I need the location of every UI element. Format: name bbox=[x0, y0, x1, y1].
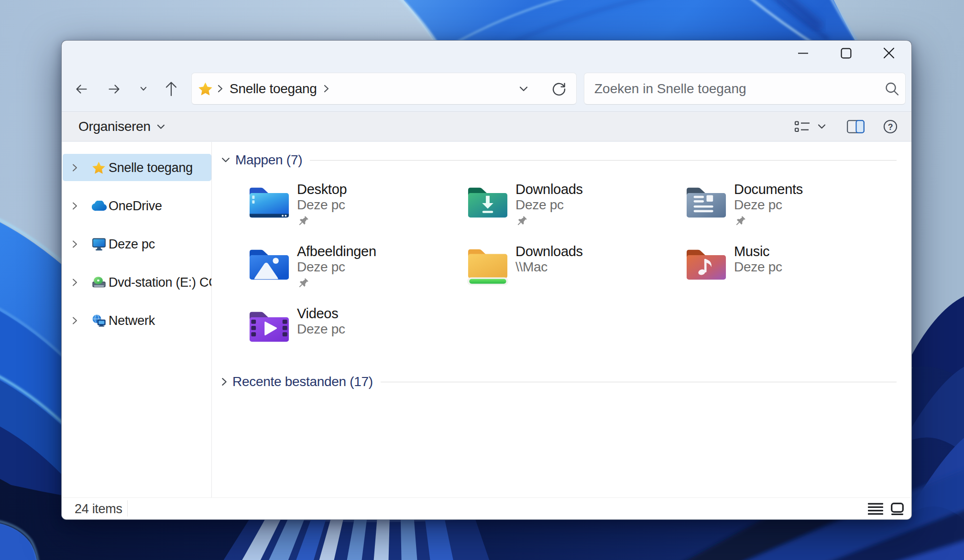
forward-icon bbox=[109, 84, 120, 94]
breadcrumb-chevron-icon bbox=[324, 85, 329, 93]
refresh-button[interactable] bbox=[544, 75, 574, 102]
items-count: 24 items bbox=[75, 501, 122, 516]
quick-access-star-icon bbox=[92, 161, 106, 174]
expand-chevron-icon[interactable] bbox=[221, 377, 227, 386]
group-title: Recente bestanden (17) bbox=[232, 374, 373, 389]
list-view-button[interactable] bbox=[868, 503, 883, 515]
tile-text: DownloadsDeze pc bbox=[515, 181, 675, 228]
folder-tile-grid: DesktopDeze pc DownloadsDeze pc Doc bbox=[240, 183, 900, 369]
expand-chevron-icon[interactable] bbox=[72, 202, 77, 210]
thumbnail-view-icon bbox=[891, 503, 904, 515]
minimize-button[interactable] bbox=[781, 41, 824, 65]
list-view-icon bbox=[868, 503, 883, 515]
quick-access-star-icon bbox=[198, 82, 213, 96]
tile-text: MusicDeze pc bbox=[734, 243, 894, 274]
breadcrumb-chevron-icon bbox=[218, 85, 223, 93]
tile-name: Videos bbox=[297, 305, 457, 322]
pin-icon bbox=[734, 215, 747, 228]
network-icon bbox=[92, 314, 106, 327]
preview-pane-icon bbox=[847, 120, 865, 133]
folder-shared-downloads-icon bbox=[467, 246, 508, 284]
back-button[interactable] bbox=[68, 75, 95, 103]
content-area: Snelle toegang OneDrive Deze pc Dvd-stat… bbox=[62, 142, 911, 497]
breadcrumb-item[interactable]: Snelle toegang bbox=[230, 81, 317, 97]
expand-chevron-icon[interactable] bbox=[72, 278, 77, 286]
folder-tile-afbeeldingen[interactable]: AfbeeldingenDeze pc bbox=[240, 245, 459, 307]
tile-location: Deze pc bbox=[297, 260, 457, 274]
folder-tile-videos[interactable]: VideosDeze pc bbox=[240, 307, 459, 369]
collapse-chevron-icon[interactable] bbox=[221, 157, 230, 163]
pin-icon bbox=[297, 277, 310, 291]
refresh-icon bbox=[552, 82, 566, 96]
maximize-icon bbox=[841, 48, 852, 59]
status-bar: 24 items bbox=[62, 497, 911, 519]
chevron-down-icon bbox=[140, 86, 147, 91]
tile-name: Downloads bbox=[515, 181, 675, 198]
expand-chevron-icon[interactable] bbox=[72, 163, 77, 172]
command-bar: Organiseren bbox=[62, 112, 911, 141]
folder-tile-downloads[interactable]: Downloads\\Mac bbox=[459, 245, 677, 307]
help-button[interactable]: ? bbox=[883, 119, 898, 134]
sidebar-item-deze-pc[interactable]: Deze pc bbox=[63, 230, 211, 258]
tile-text: Downloads\\Mac bbox=[515, 243, 675, 274]
address-dropdown-button[interactable] bbox=[508, 75, 539, 102]
tile-location: \\Mac bbox=[515, 260, 675, 274]
forward-button[interactable] bbox=[101, 75, 128, 103]
folder-videos-icon bbox=[249, 308, 290, 346]
address-bar[interactable]: Snelle toegang bbox=[191, 73, 577, 105]
expand-chevron-icon[interactable] bbox=[72, 240, 77, 248]
tile-text: AfbeeldingenDeze pc bbox=[297, 243, 457, 291]
history-dropdown-button[interactable] bbox=[130, 75, 157, 103]
sidebar-item-onedrive[interactable]: OneDrive bbox=[63, 192, 211, 219]
pin-icon bbox=[297, 215, 310, 228]
group-rule bbox=[381, 382, 897, 382]
sidebar-item-snelle-toegang[interactable]: Snelle toegang bbox=[63, 154, 211, 181]
folder-tile-downloads[interactable]: DownloadsDeze pc bbox=[459, 183, 677, 245]
folder-tile-music[interactable]: MusicDeze pc bbox=[677, 245, 896, 307]
close-button[interactable] bbox=[867, 41, 910, 65]
sidebar-item-netwerk[interactable]: Netwerk bbox=[63, 307, 211, 334]
expand-chevron-icon[interactable] bbox=[72, 316, 77, 324]
tile-name: Afbeeldingen bbox=[297, 243, 457, 260]
navigation-toolbar: Snelle toegang bbox=[62, 71, 911, 112]
view-options-button[interactable] bbox=[794, 121, 811, 133]
group-header[interactable]: Recente bestanden (17) bbox=[221, 370, 897, 393]
folder-tile-desktop[interactable]: DesktopDeze pc bbox=[240, 183, 459, 245]
view-dropdown-button[interactable] bbox=[818, 124, 826, 129]
up-icon bbox=[165, 81, 177, 97]
organize-label: Organiseren bbox=[78, 119, 151, 134]
tile-name: Documents bbox=[734, 181, 894, 198]
folder-documents-icon bbox=[686, 184, 727, 222]
view-options-icon bbox=[794, 121, 811, 133]
organize-button[interactable]: Organiseren bbox=[78, 112, 165, 141]
caption-buttons bbox=[781, 41, 910, 65]
search-icon bbox=[885, 81, 899, 96]
tile-name: Downloads bbox=[515, 243, 675, 260]
chevron-down-icon bbox=[157, 124, 165, 129]
folder-desktop-icon bbox=[249, 184, 290, 222]
tile-text: DocumentsDeze pc bbox=[734, 181, 894, 228]
tile-location: Deze pc bbox=[297, 322, 457, 336]
maximize-button[interactable] bbox=[824, 41, 867, 65]
group-header[interactable]: Mappen (7) bbox=[221, 149, 897, 172]
this-pc-monitor-icon bbox=[92, 237, 106, 251]
close-icon bbox=[883, 47, 895, 59]
sidebar-item-label: Snelle toegang bbox=[109, 160, 193, 175]
sidebar-item-label: OneDrive bbox=[109, 198, 162, 213]
status-divider bbox=[127, 500, 128, 517]
thumbnail-view-button[interactable] bbox=[891, 503, 904, 515]
chevron-down-icon bbox=[818, 124, 826, 129]
desktop: Snelle toegang bbox=[0, 0, 964, 560]
tile-location: Deze pc bbox=[297, 198, 457, 212]
sidebar-item-dvd-station-e-cccc[interactable]: Dvd-station (E:) CCCC bbox=[63, 269, 211, 296]
folder-tile-documents[interactable]: DocumentsDeze pc bbox=[677, 183, 896, 245]
folder-view: Mappen (7) DesktopDeze pc DownloadsDeze … bbox=[212, 142, 911, 497]
folder-music-icon bbox=[686, 246, 727, 284]
sidebar-item-label: Netwerk bbox=[109, 313, 155, 328]
search-input[interactable] bbox=[584, 73, 905, 104]
up-button[interactable] bbox=[158, 75, 185, 103]
svg-text:?: ? bbox=[888, 122, 893, 132]
preview-pane-button[interactable] bbox=[847, 120, 865, 133]
titlebar bbox=[62, 41, 911, 71]
group-rule bbox=[310, 160, 897, 161]
